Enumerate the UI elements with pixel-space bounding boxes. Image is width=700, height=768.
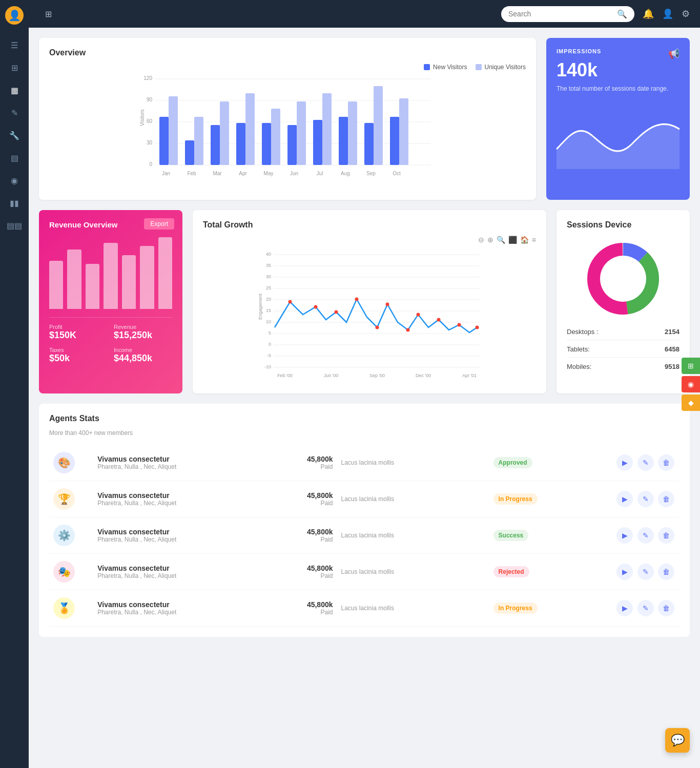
svg-point-72 (437, 318, 441, 322)
svg-point-67 (355, 298, 359, 301)
action-view-button[interactable]: ▶ (616, 527, 633, 544)
side-pill-yellow[interactable]: ◆ (682, 395, 700, 411)
overview-legend: New Visitors Unique Visitors (49, 64, 526, 71)
svg-point-70 (406, 328, 410, 332)
search-icon: 🔍 (617, 9, 627, 19)
agent-sub: Pharetra, Nulla , Nec, Aliquet (97, 536, 257, 543)
svg-point-84 (600, 256, 646, 302)
stat-profit: Profit $150K (49, 324, 108, 341)
sidebar-icon-edit[interactable]: ✎ (5, 103, 24, 122)
legend-new-label: New Visitors (433, 64, 467, 71)
sidebar-icon-stats[interactable]: ▮▮ (5, 194, 24, 212)
action-delete-button[interactable]: 🗑 (658, 491, 674, 507)
revenue-bars (49, 237, 172, 309)
agent-sub: Pharetra, Nulla , Nec, Aliquet (97, 463, 257, 470)
tablets-label: Tablets: (567, 345, 590, 353)
action-view-button[interactable]: ▶ (616, 564, 633, 580)
sidebar-icon-grid[interactable]: ▦ (5, 81, 24, 99)
tablets-value: 6458 (665, 345, 680, 353)
table-row: 🏅 Vivamus consectetur Pharetra, Nulla , … (49, 590, 680, 627)
svg-point-71 (417, 313, 420, 317)
overview-chart: 120 90 60 30 0 Visitors (49, 75, 526, 188)
svg-rect-24 (322, 93, 332, 165)
svg-text:Sep '00: Sep '00 (369, 373, 385, 378)
sidebar-icon-pages[interactable]: ▤▤ (5, 216, 24, 235)
sidebar-icon-menu[interactable]: ☰ (5, 36, 24, 54)
sidebar-icon-circle[interactable]: ◉ (5, 171, 24, 190)
chart-zoom-out-icon[interactable]: ⊖ (478, 236, 484, 244)
desktops-label: Desktops : (567, 328, 598, 336)
row-2: Revenue Overview Export Profit $150K (39, 210, 690, 393)
revenue-bar-3 (86, 264, 99, 309)
chart-zoom-in-icon[interactable]: ⊕ (487, 236, 493, 244)
revenue-bar-7 (158, 237, 172, 309)
agent-desc: Lacus lacinia mollis (341, 605, 485, 612)
svg-text:30: 30 (266, 274, 271, 279)
svg-rect-17 (236, 123, 245, 165)
agent-avatar: 🏆 (53, 488, 75, 510)
action-edit-button[interactable]: ✎ (637, 564, 654, 580)
action-edit-button[interactable]: ✎ (637, 527, 654, 544)
action-edit-button[interactable]: ✎ (637, 491, 654, 507)
action-delete-button[interactable]: 🗑 (658, 527, 674, 544)
side-pill-red[interactable]: ◉ (682, 376, 700, 392)
svg-rect-27 (364, 123, 374, 165)
stat-taxes: Taxes $50k (49, 347, 108, 364)
action-view-button[interactable]: ▶ (616, 600, 633, 616)
svg-point-73 (458, 323, 461, 327)
total-growth-card: Total Growth ⊖ ⊕ 🔍 ⬛ 🏠 ≡ 40 35 30 25 (193, 210, 546, 393)
action-edit-button[interactable]: ✎ (637, 454, 654, 471)
agents-table: 🎨 Vivamus consectetur Pharetra, Nulla , … (49, 445, 680, 627)
svg-text:Sep: Sep (366, 171, 376, 176)
chart-zoom-icon[interactable]: 🔍 (497, 236, 505, 244)
svg-text:Feb '00: Feb '00 (277, 373, 293, 378)
user-icon[interactable]: 👤 (662, 8, 673, 19)
svg-rect-19 (262, 123, 271, 165)
revenue-label: Revenue (114, 324, 172, 330)
search-input[interactable] (508, 10, 613, 18)
search-box[interactable]: 🔍 (501, 6, 634, 22)
table-row: 🎭 Vivamus consectetur Pharetra, Nulla , … (49, 554, 680, 590)
revenue-bar-4 (104, 243, 117, 309)
notification-icon[interactable]: 🔔 (643, 8, 654, 19)
svg-text:5: 5 (269, 330, 271, 336)
svg-point-66 (335, 310, 338, 314)
svg-text:-10: -10 (264, 364, 271, 369)
overview-card: Overview New Visitors Unique Visitors 12… (39, 38, 536, 200)
action-edit-button[interactable]: ✎ (637, 600, 654, 616)
side-pill-green[interactable]: ⊞ (682, 358, 700, 374)
svg-rect-25 (339, 117, 348, 165)
svg-text:May: May (264, 171, 274, 176)
chat-button[interactable]: 💬 (665, 728, 690, 753)
sessions-device-card: Sessions Device (557, 210, 690, 393)
action-view-button[interactable]: ▶ (616, 491, 633, 507)
export-button[interactable]: Export (144, 218, 174, 230)
agent-paid: Paid (265, 609, 333, 616)
sidebar-icon-list[interactable]: ▤ (5, 149, 24, 167)
chart-menu-icon[interactable]: ≡ (532, 236, 536, 244)
agent-avatar: ⚙️ (53, 525, 75, 546)
donut-chart (582, 238, 664, 320)
status-badge: In Progress (493, 493, 538, 505)
action-delete-button[interactable]: 🗑 (658, 454, 674, 471)
menu-toggle-icon[interactable]: ⊞ (39, 5, 57, 23)
sidebar-icon-tools[interactable]: 🔧 (5, 126, 24, 144)
legend-new-visitors: New Visitors (424, 64, 467, 71)
chart-download-icon[interactable]: ⬛ (508, 236, 517, 244)
action-delete-button[interactable]: 🗑 (658, 564, 674, 580)
agent-name: Vivamus consectetur (97, 528, 257, 536)
svg-text:Mar: Mar (213, 171, 222, 176)
chart-home-icon[interactable]: 🏠 (520, 236, 529, 244)
profit-value: $150K (49, 330, 108, 341)
revenue-card: Revenue Overview Export Profit $150K (39, 210, 182, 393)
action-view-button[interactable]: ▶ (616, 454, 633, 471)
impressions-desc: The total number of sessions date range. (557, 85, 680, 92)
agent-amount: 45,800k (265, 455, 333, 463)
user-avatar[interactable]: 👤 (5, 6, 24, 25)
income-label: Income (114, 347, 172, 353)
svg-text:90: 90 (147, 97, 153, 102)
action-delete-button[interactable]: 🗑 (658, 600, 674, 616)
settings-icon[interactable]: ⚙ (682, 8, 690, 19)
revenue-bar-6 (140, 246, 154, 309)
sidebar-icon-dashboard[interactable]: ⊞ (5, 58, 24, 77)
